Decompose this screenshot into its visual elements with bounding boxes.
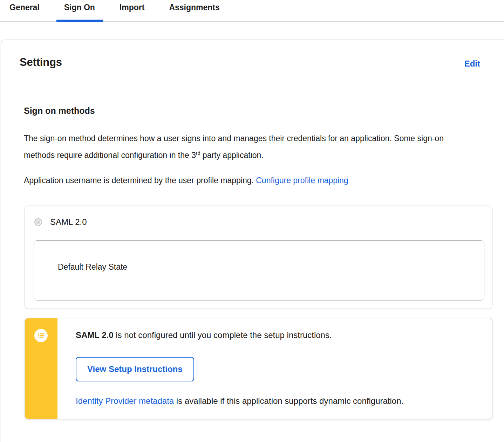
tab-import[interactable]: Import [112,0,152,21]
callout-body: SAML 2.0 is not configured until you com… [57,318,417,419]
callout-footer: Identity Provider metadata is available … [76,396,403,406]
callout-message-rest: is not configured until you complete the… [114,330,332,340]
tab-assignments[interactable]: Assignments [161,0,227,21]
callout-warning-strip [25,318,57,419]
description-text-part2: party application. [200,151,263,160]
identity-provider-metadata-link[interactable]: Identity Provider metadata [76,396,174,406]
view-setup-instructions-button[interactable]: View Setup Instructions [76,357,194,381]
saml-method-box: SAML 2.0 Default Relay State [25,206,492,309]
sign-on-methods-section: Sign on methods The sign-on method deter… [24,106,499,419]
callout-footer-rest: is available if this application support… [174,396,403,406]
radio-dot [36,220,40,224]
default-relay-state-box: Default Relay State [34,240,484,301]
username-mapping-text: Application username is determined by th… [24,176,256,185]
app-tabbar: General Sign On Import Assignments [0,0,504,22]
page-title: Settings [20,56,62,69]
settings-card: Settings Edit Sign on methods The sign-o… [1,40,504,442]
saml-radio-label: SAML 2.0 [50,217,87,227]
callout-message: SAML 2.0 is not configured until you com… [76,329,403,341]
tab-sign-on[interactable]: Sign On [56,0,103,21]
sign-on-method-description: The sign-on method determines how a user… [24,130,458,164]
username-mapping-description: Application username is determined by th… [24,172,458,189]
settings-card-header: Settings Edit [20,56,480,69]
tab-general[interactable]: General [2,0,47,21]
edit-settings-link[interactable]: Edit [464,59,480,69]
ordinal-superscript: rd [196,150,200,156]
saml-radio-button[interactable] [34,218,42,226]
saml-radio-row: SAML 2.0 [34,217,483,227]
saml-setup-callout: SAML 2.0 is not configured until you com… [25,318,492,419]
list-icon [34,329,48,342]
default-relay-state-label: Default Relay State [58,262,127,271]
configure-profile-mapping-link[interactable]: Configure profile mapping [256,176,348,185]
section-heading: Sign on methods [24,106,499,116]
callout-message-bold: SAML 2.0 [76,330,114,340]
